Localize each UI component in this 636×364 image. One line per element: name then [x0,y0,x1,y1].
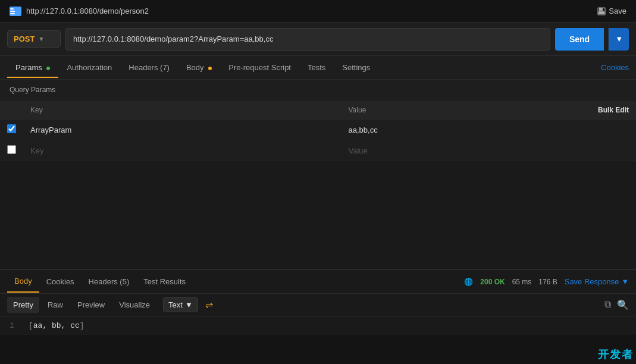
line-number: 1 [10,321,19,330]
col-key: Key [23,101,342,120]
send-dropdown-chevron-icon: ▼ [615,34,623,43]
fmt-tab-raw[interactable]: Raw [42,297,69,313]
method-label: POST [14,34,35,43]
title-url: http://127.0.0.1:8080/demo/person2 [26,7,149,15]
send-dropdown-button[interactable]: ▼ [609,28,629,51]
tab-params[interactable]: Params [7,57,58,78]
title-bar-left: http://127.0.0.1:8080/demo/person2 [10,7,149,16]
title-bar: http://127.0.0.1:8080/demo/person2 Save [0,0,636,23]
response-time: 65 ms [512,278,532,286]
params-table: Key Value Bulk Edit ArrayParam aa,bb,cc … [0,101,636,161]
resp-tab-headers[interactable]: Headers (5) [82,271,137,292]
response-actions: ⧉ 🔍 [604,299,629,310]
row1-checkbox[interactable] [7,124,16,133]
row2-checkbox[interactable] [7,145,16,154]
url-bar: POST ▼ Send ▼ [0,23,636,56]
format-selector[interactable]: Text ▼ [163,297,198,312]
method-chevron-icon: ▼ [38,36,44,42]
table-row: ArrayParam aa,bb,cc [0,120,636,140]
params-dot [46,67,50,70]
response-content: [[aa, bb, cc]aa, bb, cc] [29,321,84,330]
col-value: Value [342,101,486,120]
tab-tests[interactable]: Tests [299,57,334,78]
tab-headers[interactable]: Headers (7) [120,57,178,78]
fmt-tab-preview[interactable]: Preview [71,297,111,313]
row1-key[interactable]: ArrayParam [23,120,342,140]
svg-rect-6 [599,11,604,14]
tab-body[interactable]: Body [178,57,220,78]
format-label: Text [168,300,183,309]
tab-prerequest[interactable]: Pre-request Script [220,57,299,78]
svg-rect-3 [15,7,21,15]
resp-tab-testresults[interactable]: Test Results [136,271,193,292]
row2-key[interactable]: Key [23,140,342,161]
tab-settings[interactable]: Settings [334,57,378,78]
save-button[interactable]: Save [597,7,626,15]
response-section: Body Cookies Headers (5) Test Results 🌐 … [0,269,636,364]
request-tabs: Params Authorization Headers (7) Body Pr… [0,56,636,80]
row1-actions [486,120,637,140]
fmt-tab-visualize[interactable]: Visualize [113,297,156,313]
response-tabs: Body Cookies Headers (5) Test Results 🌐 … [0,270,636,294]
col-bulk-edit[interactable]: Bulk Edit [486,101,637,120]
save-label: Save [609,7,626,15]
response-size: 176 B [538,278,557,286]
resp-tab-cookies[interactable]: Cookies [39,271,82,292]
row2-value[interactable]: Value [342,140,486,161]
save-response-button[interactable]: Save Response ▼ [565,277,629,286]
copy-icon[interactable]: ⧉ [604,299,611,310]
svg-rect-5 [599,8,603,11]
body-dot [208,67,212,70]
url-input[interactable] [65,28,550,51]
format-chevron-icon: ▼ [185,300,193,309]
query-params-label: Query Params [10,86,626,94]
row1-value[interactable]: aa,bb,cc [342,120,486,140]
cookies-link[interactable]: Cookies [601,63,629,72]
status-code: 200 OK [480,278,505,286]
svg-rect-0 [10,8,14,10]
watermark: 开发者 [598,347,634,362]
wrap-icon[interactable]: ⇌ [205,299,213,310]
globe-icon: 🌐 [464,278,473,286]
search-icon[interactable]: 🔍 [617,299,629,310]
row2-actions [486,140,637,161]
col-checkbox [0,101,23,120]
api-icon [10,7,21,16]
send-button[interactable]: Send [555,28,604,51]
svg-rect-2 [10,13,15,14]
query-params-section: Query Params [0,80,636,101]
response-format-tabs: Pretty Raw Preview Visualize Text ▼ ⇌ ⧉ … [0,294,636,316]
row2-checkbox-cell[interactable] [0,140,23,161]
table-row: Key Value [0,140,636,161]
tab-authorization[interactable]: Authorization [58,57,120,78]
response-body: 1 [[aa, bb, cc]aa, bb, cc] [0,316,636,335]
fmt-tab-pretty[interactable]: Pretty [7,297,39,313]
response-status: 🌐 200 OK 65 ms 176 B Save Response ▼ [464,277,629,286]
save-response-chevron-icon: ▼ [621,277,629,286]
row1-checkbox-cell[interactable] [0,120,23,140]
resp-tab-body[interactable]: Body [7,271,39,293]
method-selector[interactable]: POST ▼ [7,30,61,48]
